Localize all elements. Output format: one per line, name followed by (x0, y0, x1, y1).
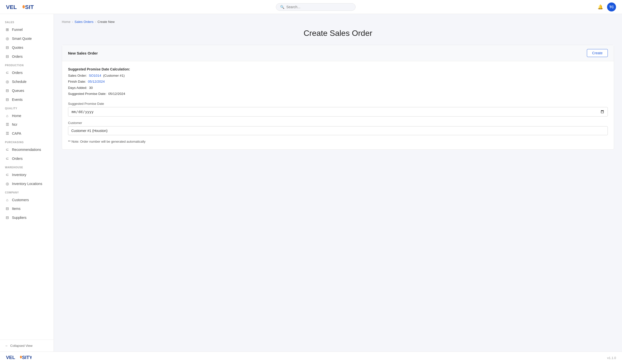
svg-text:VEL: VEL (6, 4, 17, 10)
breadcrumb-home[interactable]: Home (62, 20, 71, 24)
orders-icon: ⊟ (5, 54, 9, 59)
sidebar-section-quality: QUALITY (0, 104, 54, 111)
card-body: Suggested Promise Date Calculation: Sale… (62, 61, 614, 149)
page-title: Create Sales Order (62, 29, 614, 38)
sidebar-item-recommendations[interactable]: ⊂ Recommendations (0, 145, 54, 154)
suggested-promise-line: Suggested Promise Date: 05/12/2024 (68, 91, 608, 97)
finish-date-line: Finish Date: 05/12/2024 (68, 79, 608, 85)
finish-date-link[interactable]: 05/12/2024 (88, 80, 105, 83)
sidebar-content: SALES ⊞ Funnel ◎ Smart Quote ⊟ Quotes ⊟ … (0, 14, 54, 226)
sidebar-item-prod-orders[interactable]: ⊂ Orders (0, 68, 54, 77)
suggested-date-heading: Suggested Promise Date Calculation: (68, 67, 608, 71)
sidebar-item-sales-orders[interactable]: ⊟ Orders (0, 52, 54, 61)
sales-order-label: Sales Order: (68, 74, 87, 77)
sidebar-item-capa[interactable]: ☰ CAPA (0, 129, 54, 138)
logo: VEL SITY (6, 3, 34, 10)
create-sales-order-card: New Sales Order Create Suggested Promise… (62, 45, 614, 150)
prod-orders-icon: ⊂ (5, 70, 9, 75)
sidebar-item-label: Orders (12, 71, 23, 75)
search-icon: 🔍 (280, 5, 284, 9)
promise-date-group: Suggested Promise Date (68, 102, 608, 117)
sidebar-item-events[interactable]: ⊟ Events (0, 95, 54, 104)
sidebar-item-quotes[interactable]: ⊟ Quotes (0, 43, 54, 52)
header-right: 🔔 TC (598, 2, 616, 11)
sidebar-item-smart-quote[interactable]: ◎ Smart Quote (0, 34, 54, 43)
sidebar-item-purch-orders[interactable]: ⊂ Orders (0, 154, 54, 163)
sidebar-item-label: CAPA (12, 131, 21, 135)
suggested-date-info: Suggested Promise Date Calculation: Sale… (68, 67, 608, 97)
customer-input[interactable] (68, 126, 608, 135)
promise-date-input[interactable] (68, 107, 608, 117)
suggested-promise-label: Suggested Promise Date: (68, 92, 106, 96)
sidebar-item-schedule[interactable]: ◎ Schedule (0, 77, 54, 86)
sales-order-link[interactable]: SO1014 (89, 74, 101, 77)
collapsed-view-toggle[interactable]: ← Collapsed View (0, 340, 54, 352)
sidebar-item-label: Inventory (12, 173, 26, 177)
sidebar: SALES ⊞ Funnel ◎ Smart Quote ⊟ Quotes ⊟ … (0, 14, 54, 364)
sidebar-item-items[interactable]: ⊟ Items (0, 204, 54, 213)
sidebar-item-label: Customers (12, 198, 29, 202)
breadcrumb-sales-orders[interactable]: Sales Orders (75, 20, 93, 24)
sidebar-section-sales: SALES (0, 18, 54, 25)
sidebar-section-warehouse: WAREHOUSE (0, 163, 54, 170)
sidebar-item-quality-home[interactable]: ⌂ Home (0, 111, 54, 120)
card-title: New Sales Order (68, 51, 98, 55)
suppliers-icon: ⊟ (5, 215, 9, 220)
notification-bell-icon[interactable]: 🔔 (598, 4, 603, 10)
sidebar-item-inventory-locations[interactable]: ◎ Inventory Locations (0, 179, 54, 188)
search-bar[interactable]: 🔍 (276, 3, 356, 11)
breadcrumb-separator-2: › (95, 20, 96, 24)
svg-text:SITY: SITY (25, 4, 34, 10)
footer-logo: VEL SITY (6, 354, 32, 362)
svg-point-1 (22, 5, 25, 8)
smart-quote-icon: ◎ (5, 36, 9, 41)
svg-text:SITY: SITY (22, 355, 32, 360)
queues-icon: ⊟ (5, 88, 9, 93)
sidebar-item-ncr[interactable]: ☰ Ncr (0, 120, 54, 129)
sidebar-item-label: Orders (12, 157, 23, 161)
search-input[interactable] (286, 5, 351, 9)
inventory-icon: ⊂ (5, 173, 9, 177)
bottom-footer: VEL SITY v1.1.0 (0, 352, 622, 364)
ncr-icon: ☰ (5, 122, 9, 127)
promise-date-label: Suggested Promise Date (68, 102, 608, 106)
sidebar-item-funnel[interactable]: ⊞ Funnel (0, 25, 54, 34)
breadcrumb: Home › Sales Orders › Create New (62, 20, 614, 24)
sidebar-item-label: Queues (12, 89, 24, 93)
recommendations-icon: ⊂ (5, 147, 9, 152)
breadcrumb-separator-1: › (72, 20, 73, 24)
svg-text:VEL: VEL (6, 355, 15, 360)
sidebar-item-label: Events (12, 98, 23, 102)
sidebar-item-queues[interactable]: ⊟ Queues (0, 86, 54, 95)
events-icon: ⊟ (5, 97, 9, 102)
sidebar-section-production: PRODUCTION (0, 61, 54, 68)
sidebar-item-inventory[interactable]: ⊂ Inventory (0, 170, 54, 179)
customer-group: Customer (68, 121, 608, 135)
sidebar-item-label: Recommendations (12, 148, 41, 152)
collapse-icon: ← (5, 344, 8, 348)
capa-icon: ☰ (5, 131, 9, 136)
main-content: Home › Sales Orders › Create New Create … (54, 14, 622, 364)
card-header: New Sales Order Create (62, 45, 614, 61)
sidebar-item-customers[interactable]: ⌂ Customers (0, 195, 54, 204)
breadcrumb-current: Create New (97, 20, 115, 24)
sidebar-item-suppliers[interactable]: ⊟ Suppliers (0, 213, 54, 222)
sidebar-item-label: Smart Quote (12, 37, 32, 41)
sales-order-line: Sales Order: SO1014 (Customer #1) (68, 73, 608, 79)
auto-generate-note: ** Note: Order number will be generated … (68, 140, 608, 143)
sidebar-item-label: Items (12, 207, 20, 211)
footer-version: v1.1.0 (607, 356, 616, 360)
sidebar-section-company: COMPANY (0, 188, 54, 195)
days-added-value: 30 (89, 86, 93, 90)
inventory-locations-icon: ◎ (5, 182, 9, 186)
schedule-icon: ◎ (5, 79, 9, 84)
sidebar-item-label: Inventory Locations (12, 182, 42, 186)
sidebar-item-label: Funnel (12, 28, 23, 32)
avatar[interactable]: TC (607, 2, 616, 11)
collapse-label: Collapsed View (10, 344, 32, 348)
items-icon: ⊟ (5, 206, 9, 211)
create-button[interactable]: Create (587, 49, 608, 57)
funnel-icon: ⊞ (5, 27, 9, 32)
svg-point-4 (20, 356, 22, 359)
sidebar-item-label: Quotes (12, 46, 23, 50)
